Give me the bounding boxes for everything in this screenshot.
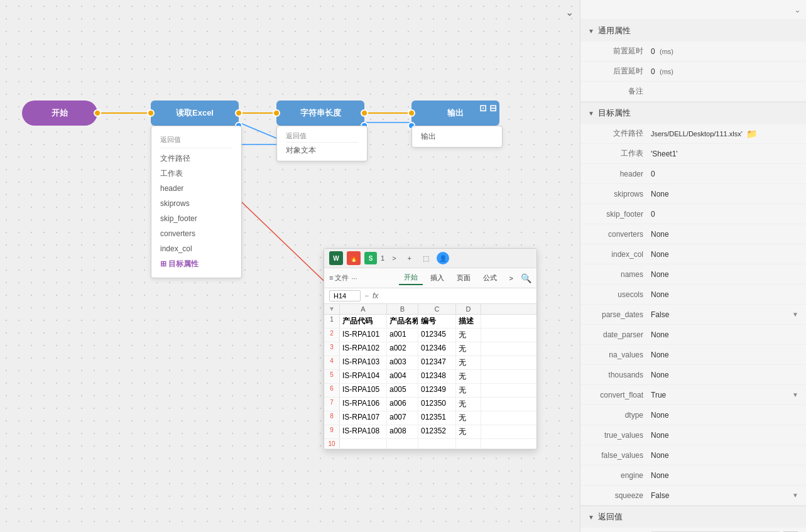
excel-cell-5d[interactable]: 无 [456, 370, 481, 383]
worksheet-value[interactable]: 'Sheet1' [651, 149, 798, 158]
excel-cell-1c[interactable]: 编号 [418, 315, 456, 328]
excel-tab-page[interactable]: 页面 [452, 271, 476, 285]
read-excel-left-connector[interactable] [147, 109, 155, 117]
excel-cell-10c[interactable] [418, 439, 456, 448]
target-props-header[interactable]: ▼ 目标属性 [580, 102, 806, 124]
squeeze-arrow[interactable]: ▼ [792, 492, 798, 499]
read-excel-right-connector[interactable] [235, 109, 242, 117]
excel-cell-2a[interactable]: IS-RPA101 [340, 328, 387, 342]
excel-add-btn[interactable]: > [388, 253, 400, 263]
header-value[interactable]: 0 [651, 170, 798, 178]
excel-cell-7c[interactable]: 012350 [418, 398, 456, 411]
excel-cell-6d[interactable]: 无 [456, 384, 481, 397]
node-output[interactable]: 输出 ⊡ ⊟ [411, 100, 499, 126]
output-window-icon[interactable]: ⊟ [489, 103, 497, 113]
excel-col-b-header[interactable]: B [387, 304, 418, 314]
excel-col-d-header[interactable]: D [456, 304, 481, 314]
na-values-value[interactable]: None [651, 350, 798, 359]
excel-cell-6a[interactable]: IS-RPA105 [340, 384, 387, 397]
date-parser-value[interactable]: None [651, 330, 798, 339]
excel-cell-7d[interactable]: 无 [456, 398, 481, 411]
start-right-connector[interactable] [94, 109, 101, 117]
excel-cell-ref[interactable]: H14 [329, 290, 361, 301]
excel-col-a-header[interactable]: A [340, 304, 387, 314]
output-expand-icon[interactable]: ⊡ [479, 103, 487, 113]
excel-cell-4b[interactable]: a003 [387, 356, 418, 369]
excel-search-icon[interactable]: 🔍 [521, 273, 531, 283]
string-len-right-connector[interactable] [361, 109, 368, 117]
card-item-index-col[interactable]: index_col [160, 241, 232, 256]
excel-cell-5c[interactable]: 012348 [418, 370, 456, 383]
excel-cell-5b[interactable]: a004 [387, 370, 418, 383]
excel-cell-6c[interactable]: 012349 [418, 384, 456, 397]
card-item-skip-footer[interactable]: skip_footer [160, 211, 232, 226]
excel-fx-label[interactable]: fx [373, 291, 378, 300]
usecols-value[interactable]: None [651, 290, 798, 299]
excel-cell-8c[interactable]: 012351 [418, 411, 456, 425]
excel-cell-3a[interactable]: IS-RPA102 [340, 342, 387, 356]
parse-dates-value[interactable]: False ▼ [651, 310, 798, 319]
card-item-header[interactable]: header [160, 181, 232, 196]
panel-collapse-btn[interactable]: ⌄ [580, 0, 806, 20]
node-string-len[interactable]: 字符串长度 [276, 100, 364, 126]
excel-col-c-header[interactable]: C [418, 304, 456, 314]
excel-cell-9a[interactable]: IS-RPA108 [340, 425, 387, 438]
engine-value[interactable]: None [651, 471, 798, 480]
excel-plus-btn[interactable]: + [404, 253, 415, 263]
converters-value[interactable]: None [651, 230, 798, 239]
excel-cell-2c[interactable]: 012345 [418, 328, 456, 342]
false-values-value[interactable]: None [651, 451, 798, 460]
excel-cell-8d[interactable]: 无 [456, 411, 481, 425]
excel-tab-formula[interactable]: 公式 [478, 271, 502, 285]
excel-tab-start[interactable]: 开始 [399, 271, 423, 285]
excel-cell-2b[interactable]: a001 [387, 328, 418, 342]
excel-cell-10d[interactable] [456, 439, 481, 448]
convert-float-arrow[interactable]: ▼ [792, 391, 798, 398]
skip-footer-value[interactable]: 0 [651, 210, 798, 219]
card-item-skiprows[interactable]: skiprows [160, 196, 232, 211]
canvas-collapse-btn[interactable]: ⌄ [565, 6, 574, 18]
card-item-worksheet[interactable]: 工作表 [160, 166, 232, 181]
names-value[interactable]: None [651, 270, 798, 279]
return-value-header[interactable]: ▼ 返回值 [580, 506, 806, 528]
excel-cell-8b[interactable]: a007 [387, 411, 418, 425]
excel-user-icon[interactable]: 👤 [437, 252, 449, 264]
excel-cell-7b[interactable]: a006 [387, 398, 418, 411]
output-left-connector[interactable] [408, 109, 415, 117]
excel-menu-more[interactable]: ··· [351, 274, 357, 282]
convert-float-value[interactable]: True ▼ [651, 391, 798, 399]
excel-cell-2d[interactable]: 无 [456, 328, 481, 342]
skiprows-value[interactable]: None [651, 190, 798, 198]
excel-zoom-minus[interactable]: − [364, 291, 369, 300]
index-col-value[interactable]: None [651, 250, 798, 259]
common-props-header[interactable]: ▼ 通用属性 [580, 20, 806, 41]
excel-tab-insert[interactable]: 插入 [425, 271, 449, 285]
string-len-object-text[interactable]: 对象文本 [286, 145, 358, 156]
card-item-converters[interactable]: converters [160, 226, 232, 241]
excel-cell-9c[interactable]: 012352 [418, 425, 456, 438]
excel-cell-5a[interactable]: IS-RPA104 [340, 370, 387, 383]
excel-cell-7a[interactable]: IS-RPA106 [340, 398, 387, 411]
node-read-excel[interactable]: 读取Excel [151, 100, 239, 126]
thousands-value[interactable]: None [651, 371, 798, 379]
excel-cell-4d[interactable]: 无 [456, 356, 481, 369]
folder-icon[interactable]: 📁 [746, 129, 757, 139]
excel-tab-more[interactable]: > [504, 273, 518, 284]
squeeze-value[interactable]: False ▼ [651, 491, 798, 500]
excel-cell-8a[interactable]: IS-RPA107 [340, 411, 387, 425]
excel-cell-10a[interactable] [340, 439, 387, 448]
excel-cell-1d[interactable]: 描述 [456, 315, 481, 328]
true-values-value[interactable]: None [651, 431, 798, 440]
card-target-prop[interactable]: ⊞ 目标属性 [160, 256, 232, 271]
card-item-filepath[interactable]: 文件路径 [160, 151, 232, 166]
file-path-value[interactable]: Jsers/DELL/Desktop/111.xlsx' [651, 130, 743, 138]
excel-cell-1a[interactable]: 产品代码 [340, 315, 387, 328]
excel-cell-9d[interactable]: 无 [456, 425, 481, 438]
dtype-value[interactable]: None [651, 411, 798, 420]
parse-dates-arrow[interactable]: ▼ [792, 311, 798, 318]
excel-cell-4a[interactable]: IS-RPA103 [340, 356, 387, 369]
excel-cell-1b[interactable]: 产品名称 [387, 315, 418, 328]
excel-cell-3b[interactable]: a002 [387, 342, 418, 356]
excel-menu-file[interactable]: ≡ 文件 [329, 273, 349, 283]
excel-cell-3c[interactable]: 012346 [418, 342, 456, 356]
